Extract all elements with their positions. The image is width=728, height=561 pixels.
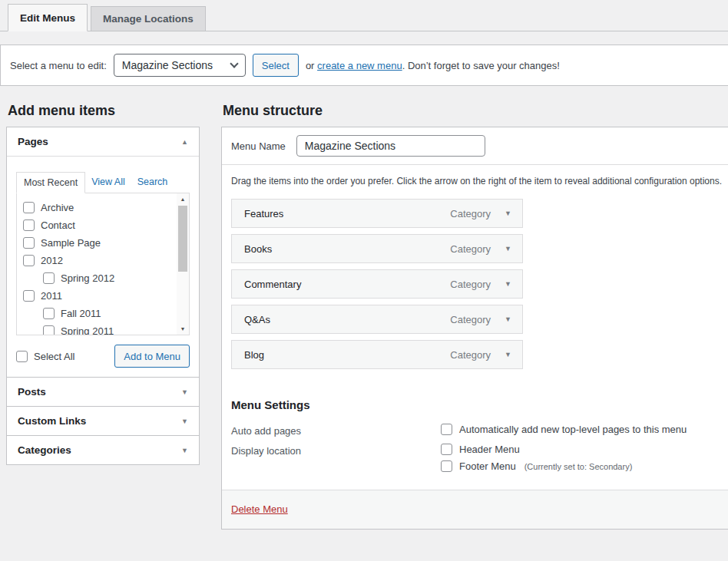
- page-item-label: Sample Page: [41, 237, 101, 249]
- page-item-contact[interactable]: Contact: [23, 216, 172, 234]
- add-to-menu-button[interactable]: Add to Menu: [114, 345, 190, 368]
- select-button[interactable]: Select: [253, 54, 299, 77]
- tab-search[interactable]: Search: [131, 172, 174, 193]
- header-menu-option[interactable]: Header Menu: [441, 444, 719, 455]
- select-all-label: Select All: [34, 351, 74, 362]
- select-all[interactable]: Select All: [16, 351, 74, 362]
- tab-view-all[interactable]: View All: [85, 172, 131, 193]
- expand-arrow-icon[interactable]: ▼: [181, 417, 188, 425]
- expand-arrow-icon[interactable]: ▼: [181, 388, 188, 396]
- menu-structure-box: Menu Name Drag the items into the order …: [221, 127, 728, 530]
- or-text: or: [306, 60, 315, 71]
- display-location-label: Display location: [231, 444, 441, 472]
- menu-item-label: Books: [244, 243, 272, 255]
- categories-panel-header[interactable]: Categories ▼: [7, 436, 199, 464]
- header-menu-label: Header Menu: [459, 444, 520, 455]
- checkbox[interactable]: [43, 308, 55, 319]
- delete-menu-link[interactable]: Delete Menu: [231, 503, 288, 515]
- pages-panel-header[interactable]: Pages ▲: [7, 127, 199, 157]
- checkbox[interactable]: [23, 202, 35, 213]
- categories-panel: Categories ▼: [6, 435, 200, 465]
- page-item-archive[interactable]: Archive: [23, 199, 172, 216]
- menu-select-label: Select a menu to edit:: [10, 60, 107, 71]
- menu-item-label: Commentary: [244, 279, 301, 290]
- drag-instructions: Drag the items into the order you prefer…: [222, 165, 728, 190]
- create-new-menu-link[interactable]: create a new menu: [317, 60, 402, 71]
- menu-settings-title: Menu Settings: [231, 398, 719, 411]
- auto-add-pages-option[interactable]: Automatically add new top-level pages to…: [441, 424, 719, 435]
- expand-arrow-icon[interactable]: ▼: [181, 447, 188, 454]
- chevron-down-icon: [230, 59, 238, 68]
- custom-links-panel: Custom Links ▼: [6, 406, 200, 436]
- save-reminder-text: . Don’t forget to save your changes!: [402, 60, 560, 71]
- tab-most-recent[interactable]: Most Recent: [16, 172, 85, 193]
- page-item-fall-2011[interactable]: Fall 2011: [43, 305, 172, 322]
- custom-links-panel-header[interactable]: Custom Links ▼: [7, 407, 199, 435]
- menu-items-list: Features Category▼ Books Category▼ Comme…: [231, 199, 523, 369]
- menu-structure-title: Menu structure: [223, 103, 728, 119]
- page-item-sample-page[interactable]: Sample Page: [23, 234, 172, 252]
- menu-item-qas[interactable]: Q&As Category▼: [231, 305, 523, 334]
- menu-name-label: Menu Name: [231, 140, 286, 152]
- pages-panel-title: Pages: [18, 136, 48, 147]
- menu-name-input[interactable]: [296, 135, 485, 157]
- item-expand-arrow-icon[interactable]: ▼: [505, 245, 511, 252]
- tab-edit-menus[interactable]: Edit Menus: [8, 4, 88, 31]
- item-expand-arrow-icon[interactable]: ▼: [505, 210, 511, 217]
- checkbox[interactable]: [43, 325, 55, 335]
- page-item-label: 2012: [41, 255, 63, 266]
- menu-item-features[interactable]: Features Category▼: [231, 199, 523, 228]
- main-content: Add menu items Pages ▲ Most Recent View …: [0, 86, 728, 530]
- scrollbar[interactable]: ▲ ▼: [177, 193, 189, 335]
- add-menu-items-title: Add menu items: [8, 103, 200, 119]
- auto-add-pages-row: Auto add pages Automatically add new top…: [231, 424, 719, 437]
- item-expand-arrow-icon[interactable]: ▼: [505, 351, 511, 358]
- posts-panel: Posts ▼: [6, 377, 200, 407]
- checkbox[interactable]: [23, 219, 35, 231]
- checkbox[interactable]: [43, 272, 55, 284]
- page-item-label: 2011: [41, 290, 62, 302]
- page-item-spring-2012[interactable]: Spring 2012: [43, 269, 172, 287]
- pages-list-box: Archive Contact Sample Page 2012 Spring …: [16, 193, 190, 335]
- page-item-2012[interactable]: 2012: [23, 252, 172, 269]
- page-item-spring-2011[interactable]: Spring 2011: [43, 322, 172, 335]
- footer-menu-option[interactable]: Footer Menu (Currently set to: Secondary…: [441, 460, 719, 472]
- tab-manage-locations[interactable]: Manage Locations: [91, 6, 206, 31]
- nav-tab-bar: Edit MenusManage Locations: [0, 0, 728, 31]
- menu-item-type: Category: [450, 314, 491, 325]
- page-item-2011[interactable]: 2011: [23, 287, 172, 305]
- item-expand-arrow-icon[interactable]: ▼: [505, 280, 511, 288]
- page-item-label: Fall 2011: [61, 308, 101, 319]
- display-location-row: Display location Header Menu Footer Menu…: [231, 444, 719, 472]
- menu-item-blog[interactable]: Blog Category▼: [231, 340, 523, 369]
- collapse-arrow-icon[interactable]: ▲: [181, 138, 188, 146]
- create-menu-text: or create a new menu. Don’t forget to sa…: [306, 60, 560, 71]
- page-item-label: Spring 2011: [61, 325, 114, 335]
- scroll-down-icon[interactable]: ▼: [177, 323, 189, 335]
- menu-item-type: Category: [450, 243, 491, 255]
- menu-select[interactable]: Magazine Sections: [114, 54, 246, 77]
- select-all-checkbox[interactable]: [16, 351, 28, 362]
- menu-item-commentary[interactable]: Commentary Category▼: [231, 269, 523, 299]
- header-menu-checkbox[interactable]: [441, 444, 452, 455]
- item-expand-arrow-icon[interactable]: ▼: [505, 315, 511, 323]
- menu-item-books[interactable]: Books Category▼: [231, 234, 523, 263]
- auto-add-pages-checkbox[interactable]: [441, 424, 452, 435]
- checkbox[interactable]: [23, 290, 35, 302]
- pages-bottom-row: Select All Add to Menu: [16, 345, 190, 368]
- scroll-up-icon[interactable]: ▲: [177, 193, 189, 205]
- checkbox[interactable]: [23, 255, 35, 266]
- menu-item-label: Blog: [244, 349, 264, 361]
- menu-item-type: Category: [450, 349, 491, 361]
- footer-menu-checkbox[interactable]: [441, 460, 452, 472]
- posts-panel-header[interactable]: Posts ▼: [7, 378, 199, 406]
- custom-links-panel-title: Custom Links: [18, 415, 86, 427]
- auto-add-pages-option-label: Automatically add new top-level pages to…: [459, 424, 687, 435]
- checkbox[interactable]: [23, 237, 35, 249]
- menu-footer: Delete Menu: [222, 490, 728, 529]
- auto-add-pages-label: Auto add pages: [231, 424, 441, 437]
- menu-structure-column: Menu structure Menu Name Drag the items …: [221, 86, 728, 530]
- menu-select-bar: Select a menu to edit: Magazine Sections…: [0, 45, 728, 86]
- menu-settings-section: Menu Settings Auto add pages Automatical…: [222, 375, 728, 490]
- scroll-thumb[interactable]: [178, 206, 187, 272]
